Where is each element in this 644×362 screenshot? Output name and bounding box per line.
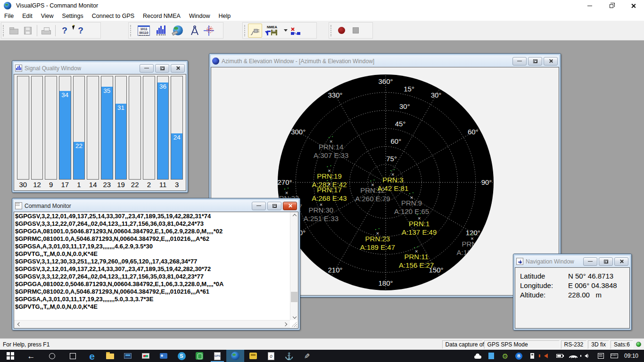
signal-maximize-button[interactable] [155, 64, 169, 73]
resize-grip[interactable] [291, 321, 297, 327]
status-panel-fix: 3D fix [588, 340, 609, 349]
taskbar-clock[interactable]: 09:10 [624, 353, 638, 359]
taskbar-blue-circle-app-icon[interactable]: S [173, 350, 190, 362]
taskbar-start-button[interactable] [0, 350, 21, 362]
taskbar-visualgps-app-icon[interactable] [226, 350, 244, 362]
tray-keyboard-icon[interactable] [611, 352, 619, 360]
vertical-scroll-thumb[interactable] [291, 292, 297, 302]
menu-item-view[interactable]: View [37, 12, 58, 20]
taskbar-green-app-icon[interactable] [190, 350, 208, 362]
menu-item-help[interactable]: Help [214, 12, 235, 20]
navigation-minimize-button[interactable] [583, 257, 597, 266]
tray-gear-icon[interactable]: ⚙ [501, 352, 509, 360]
nav-label: Longitude: [520, 281, 568, 290]
save-button[interactable] [21, 24, 35, 38]
tray-bluetooth-icon[interactable]: B [515, 352, 523, 360]
signal-prn-label: 9 [44, 181, 58, 189]
azimuth-minimize-button[interactable] [512, 57, 527, 66]
taskbar-anchor-app-icon[interactable]: ⚓ [280, 350, 298, 362]
blue-circle-app-icon: S [178, 352, 186, 360]
survey-view-button[interactable] [202, 24, 216, 38]
minimize-button[interactable] [579, 0, 601, 11]
vertical-scrollbar[interactable] [290, 212, 298, 320]
command-minimize-button[interactable] [252, 202, 266, 210]
connect-gps-button[interactable] [248, 24, 262, 38]
command-window-titlebar[interactable]: 10100110 Command Monitor [14, 200, 298, 212]
command-monitor-view-button[interactable]: 1011 00110 [134, 24, 154, 38]
menu-item-record-nmea[interactable]: Record NMEA [139, 12, 185, 20]
signal-minimize-button[interactable] [140, 64, 154, 73]
signal-window-titlebar[interactable]: Signal Quality Window [14, 62, 186, 74]
navigation-window-titlebar[interactable]: Navigation Window [515, 255, 630, 267]
close-button[interactable] [622, 0, 644, 11]
toolbar-grip[interactable] [3, 25, 4, 36]
azimuth-tick-label: 270° [277, 178, 292, 186]
record-dropdown-button[interactable] [282, 24, 289, 38]
navigation-maximize-button[interactable] [599, 257, 613, 266]
taskbar-file-o-app-icon[interactable]: o [262, 350, 280, 362]
taskbar-gps-doc-app-icon[interactable]: GPS [208, 350, 226, 362]
navigation-close-button[interactable] [614, 257, 628, 266]
record-button[interactable] [334, 24, 348, 38]
restore-button[interactable] [601, 0, 622, 11]
nmea-line: $GPGSA,A,3,01,03,11,17,19,23,,,,,,,4.6,2… [15, 243, 290, 250]
nmea-data-icon: 1011 00110 [138, 25, 150, 36]
tray-wifi-icon[interactable] [570, 352, 578, 360]
green-app-icon [196, 352, 203, 360]
taskbar-chart-monitor-app-icon[interactable] [137, 350, 155, 362]
tray-usb-icon[interactable] [528, 352, 537, 360]
main-titlebar[interactable]: VisualGPS - Command Monitor [0, 0, 644, 11]
scroll-down-button[interactable] [291, 313, 297, 320]
signal-column-prn-2 [142, 76, 156, 180]
menu-item-file[interactable]: File [0, 12, 18, 20]
stop-button[interactable] [348, 24, 363, 38]
taskbar-file-explorer-icon[interactable] [101, 350, 119, 362]
menu-item-edit[interactable]: Edit [18, 12, 37, 20]
nmea-output[interactable]: $GPGSV,3,2,12,01,49,137,25,14,33,307,,23… [14, 212, 290, 320]
tray-blue-square-icon[interactable] [487, 352, 495, 360]
taskbar-back-icon[interactable]: ← [21, 350, 41, 362]
taskbar-edge-icon[interactable]: e [83, 350, 101, 362]
signal-close-button[interactable] [171, 64, 185, 73]
signal-quality-view-button[interactable] [154, 24, 168, 38]
scroll-left-button[interactable] [16, 321, 22, 328]
menu-item-connect-to-gps[interactable]: Connect to GPS [88, 12, 139, 20]
taskbar-card-app-icon[interactable] [155, 350, 173, 362]
tray-speaker-red-icon[interactable] [542, 352, 550, 360]
azimuth-view-button[interactable] [168, 24, 188, 38]
scroll-right-button[interactable] [282, 321, 288, 328]
tray-cloud-icon[interactable] [474, 352, 482, 360]
taskbar-remote-app-icon[interactable] [119, 350, 137, 362]
tray-action-center-icon[interactable] [597, 352, 605, 360]
taskbar-task-view-icon[interactable] [62, 350, 83, 362]
menu-item-window[interactable]: Window [185, 12, 214, 20]
taskbar-yellow-app-icon[interactable] [244, 350, 262, 362]
azimuth-tick-label: 210° [328, 266, 342, 274]
help-button[interactable]: ? [58, 24, 72, 38]
taskbar-pencil-app-icon[interactable]: ✎ [298, 350, 316, 362]
tray-volume-icon[interactable] [583, 352, 591, 360]
context-help-button[interactable]: ✦ ? [72, 24, 86, 38]
azimuth-close-button[interactable] [544, 57, 558, 66]
command-close-button[interactable] [283, 202, 297, 210]
toolbar-grip[interactable] [244, 25, 246, 36]
command-maximize-button[interactable] [267, 202, 281, 210]
navigation-view-button[interactable] [188, 24, 202, 38]
disconnect-button[interactable] [289, 24, 303, 38]
menu-item-settings[interactable]: Settings [58, 12, 88, 20]
signal-cell: 36 [157, 76, 169, 180]
azimuth-window-titlebar[interactable]: Azimuth & Elevation Window - [Azimuth & … [211, 55, 559, 67]
print-button[interactable] [39, 24, 53, 38]
open-button[interactable] [7, 24, 21, 38]
toolbar-grip[interactable] [330, 25, 332, 36]
tray-battery-icon[interactable] [556, 352, 564, 360]
toolbar-grip[interactable] [130, 25, 132, 36]
record-nmea-file-button[interactable]: NMEA [262, 24, 282, 38]
taskbar-cortana-icon[interactable] [41, 350, 62, 362]
signal-bar: 36 [157, 82, 169, 179]
horizontal-scrollbar[interactable] [14, 320, 290, 328]
azimuth-tick-label: 90° [481, 178, 492, 186]
azimuth-maximize-button[interactable] [528, 57, 542, 66]
scroll-up-button[interactable] [291, 213, 297, 219]
close-icon [631, 3, 636, 8]
